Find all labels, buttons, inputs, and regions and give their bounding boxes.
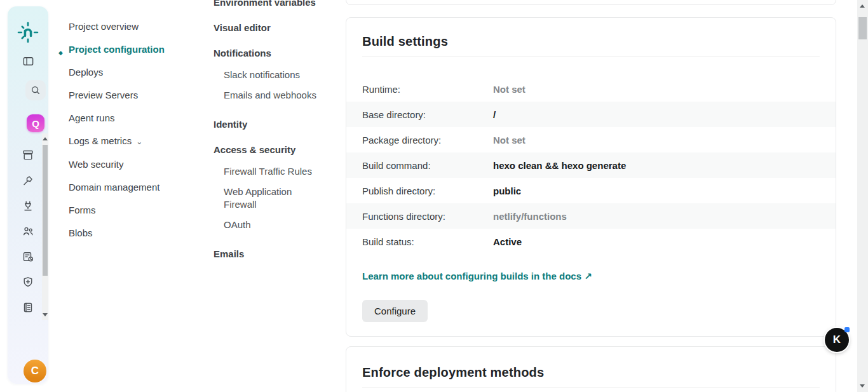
netlify-logo[interactable] xyxy=(17,22,39,43)
chevron-down-icon: ⌄ xyxy=(136,137,142,146)
package-directory-value: Not set xyxy=(493,135,526,145)
nav-item-web-security[interactable]: Web security xyxy=(69,158,202,171)
nav-item-logs-metrics[interactable]: Logs & metrics⌄ xyxy=(69,135,202,148)
nav-item-forms[interactable]: Forms xyxy=(69,204,202,217)
enforce-deployment-title: Enforce deployment methods xyxy=(362,365,544,380)
k-widget-notification-dot xyxy=(844,327,850,332)
build-settings-title: Build settings xyxy=(362,34,448,49)
scroll-up-icon[interactable] xyxy=(860,4,865,8)
subnav-emails[interactable]: Emails xyxy=(214,248,320,260)
subnav-web-application-firewall[interactable]: Web Application Firewall xyxy=(214,186,320,211)
search-button[interactable] xyxy=(25,80,46,100)
nav-item-project-overview[interactable]: Project overview xyxy=(69,20,202,33)
rail-scrollbar[interactable] xyxy=(42,133,48,320)
rail-scrollbar-thumb[interactable] xyxy=(43,145,48,276)
sidebar-toggle-icon[interactable] xyxy=(22,55,34,67)
page-scrollbar-thumb[interactable] xyxy=(858,17,867,39)
build-settings-card: Build settings Runtime: Not set Base dir… xyxy=(346,17,836,337)
nav-item-preview-servers[interactable]: Preview Servers xyxy=(69,89,202,102)
table-row-publish-directory: Publish directory: public xyxy=(346,178,836,203)
build-command-value: hexo clean && hexo generate xyxy=(493,160,626,171)
build-tools-icon[interactable] xyxy=(22,174,34,187)
scroll-down-icon[interactable] xyxy=(860,384,865,388)
subnav-identity[interactable]: Identity xyxy=(214,118,320,131)
table-row-build-command: Build command: hexo clean && hexo genera… xyxy=(346,152,836,178)
external-link-arrow-icon: ↗ xyxy=(584,271,592,281)
publish-directory-value: public xyxy=(493,186,521,196)
ai-assistant-button[interactable]: Q xyxy=(27,114,44,132)
functions-directory-value: netlify/functions xyxy=(493,211,567,222)
divider xyxy=(362,57,820,57)
subnav-visual-editor[interactable]: Visual editor xyxy=(214,22,320,34)
rail-scroll-down-icon[interactable] xyxy=(43,313,48,316)
subnav-slack-notifications[interactable]: Slack notifications xyxy=(214,69,320,81)
subnav-oauth[interactable]: OAuth xyxy=(214,219,320,231)
rail-scroll-up-icon[interactable] xyxy=(43,137,48,140)
table-row-base-directory: Base directory: / xyxy=(346,102,836,127)
table-row-functions-directory: Functions directory: netlify/functions xyxy=(346,203,836,229)
forms-clock-icon[interactable] xyxy=(22,250,34,263)
project-nav: Project overview ◆Project configuration … xyxy=(69,20,202,240)
nav-item-agent-runs[interactable]: Agent runs xyxy=(69,112,202,125)
build-settings-rows: Runtime: Not set Base directory: / Packa… xyxy=(346,76,836,254)
audit-ledger-icon[interactable] xyxy=(22,301,34,314)
table-row-build-status: Build status: Active xyxy=(346,229,836,254)
team-avatar-initial: C xyxy=(31,365,39,377)
docs-link[interactable]: Learn more about configuring builds in t… xyxy=(362,271,592,282)
divider xyxy=(362,388,820,388)
nav-item-domain-management[interactable]: Domain management xyxy=(69,181,202,194)
ai-assistant-label: Q xyxy=(32,118,39,129)
security-shield-plus-icon[interactable] xyxy=(22,276,34,288)
subnav-firewall-traffic-rules[interactable]: Firewall Traffic Rules xyxy=(214,165,320,178)
members-icon[interactable] xyxy=(22,225,34,238)
active-diamond-icon: ◆ xyxy=(58,46,63,59)
deploys-box-icon[interactable] xyxy=(22,149,34,161)
k-widget-label: K xyxy=(833,334,841,346)
nav-item-deploys[interactable]: Deploys xyxy=(69,66,202,79)
nav-item-project-configuration[interactable]: ◆Project configuration xyxy=(69,43,202,56)
icon-rail: Q xyxy=(8,6,48,384)
extensions-plug-icon[interactable] xyxy=(22,199,34,212)
subnav-access-security[interactable]: Access & security xyxy=(214,144,320,156)
base-directory-value: / xyxy=(493,109,496,120)
enforce-deployment-card: Enforce deployment methods xyxy=(346,346,836,392)
subnav-environment-variables[interactable]: Environment variables xyxy=(214,0,320,9)
subnav-notifications[interactable]: Notifications xyxy=(214,47,320,60)
search-icon xyxy=(30,84,41,96)
subnav-emails-and-webhooks[interactable]: Emails and webhooks xyxy=(214,89,320,102)
nav-item-blobs[interactable]: Blobs xyxy=(69,227,202,240)
configure-button[interactable]: Configure xyxy=(362,300,428,322)
previous-card-edge xyxy=(346,0,836,5)
page-scrollbar[interactable] xyxy=(857,0,868,392)
build-status-value: Active xyxy=(493,236,522,247)
table-row-package-directory: Package directory: Not set xyxy=(346,127,836,152)
configuration-subnav: Environment variables Visual editor Noti… xyxy=(214,0,320,260)
team-avatar[interactable]: C xyxy=(24,360,46,382)
k-widget-button[interactable]: K xyxy=(825,328,849,352)
runtime-value: Not set xyxy=(493,84,526,95)
table-row-runtime: Runtime: Not set xyxy=(346,76,836,102)
